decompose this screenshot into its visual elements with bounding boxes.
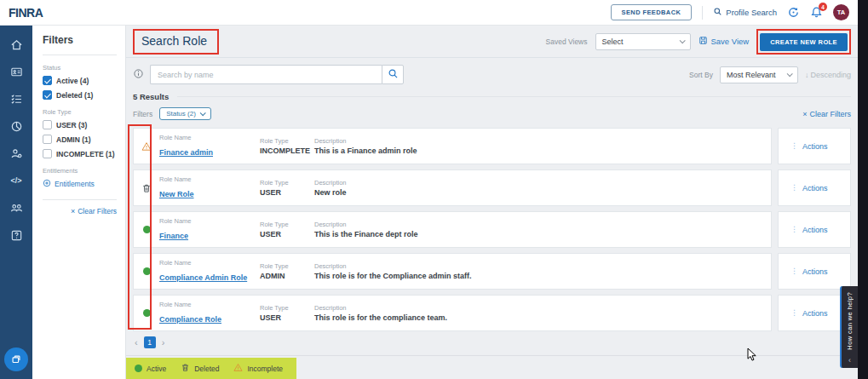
actions-link-label[interactable]: Actions bbox=[802, 184, 828, 192]
kebab-menu-icon: ⋮ bbox=[790, 309, 798, 317]
create-new-role-button[interactable]: CREATE NEW ROLE bbox=[760, 33, 848, 51]
entitlements-link-label: Entitlements bbox=[55, 180, 95, 188]
actions-link-label[interactable]: Actions bbox=[802, 142, 828, 151]
widget-pages-button[interactable] bbox=[4, 347, 28, 371]
kebab-menu-icon: ⋮ bbox=[790, 226, 798, 233]
role-row-card: Role Name New Role Role Type USER Descri… bbox=[133, 169, 772, 206]
chevron-left-icon: ‹ bbox=[848, 356, 851, 365]
filter-option-active-label: Active (4) bbox=[56, 77, 89, 85]
status-filter-chip[interactable]: Status (2) bbox=[159, 107, 211, 120]
send-feedback-button[interactable]: SEND FEEDBACK bbox=[611, 4, 693, 20]
history-icon[interactable] bbox=[787, 6, 800, 19]
clear-filters-link[interactable]: × Clear Filters bbox=[802, 110, 851, 118]
checkbox-user[interactable] bbox=[43, 120, 52, 129]
actions-link-label[interactable]: Actions bbox=[802, 267, 828, 276]
filter-option-deleted[interactable]: Deleted (1) bbox=[43, 90, 117, 100]
descending-toggle[interactable]: ↓ Descending bbox=[805, 71, 851, 79]
search-icon bbox=[713, 7, 722, 18]
actions-card: ⋮ Actions bbox=[778, 128, 851, 164]
checkbox-admin[interactable] bbox=[43, 135, 52, 144]
checkbox-active[interactable] bbox=[43, 76, 52, 85]
search-row: Sort By Most Relevant ↓ Descending bbox=[133, 65, 851, 84]
actions-link-label[interactable]: Actions bbox=[802, 226, 828, 234]
role-type-label: Role Type bbox=[260, 221, 314, 228]
checkbox-incomplete[interactable] bbox=[43, 149, 52, 158]
description-value: New role bbox=[314, 188, 476, 197]
role-name-label: Role Name bbox=[159, 301, 260, 308]
incomplete-warning-icon bbox=[141, 141, 152, 152]
code-icon[interactable]: </> bbox=[0, 167, 32, 194]
pagination-next-icon[interactable]: › bbox=[162, 337, 165, 347]
actions-card: ⋮ Actions bbox=[778, 253, 851, 290]
checkbox-deleted[interactable] bbox=[43, 90, 52, 100]
user-avatar[interactable]: TA bbox=[833, 4, 849, 20]
home-icon[interactable] bbox=[0, 31, 32, 58]
search-input[interactable] bbox=[150, 65, 382, 84]
nav-rail: </> bbox=[0, 26, 32, 379]
sort-select[interactable]: Most Relevant bbox=[720, 66, 798, 83]
annotation-box-title: Search Role bbox=[133, 29, 219, 55]
id-card-icon[interactable] bbox=[0, 58, 32, 85]
table-row: Role Name Finance admin Role Type INCOMP… bbox=[133, 128, 851, 164]
help-tab-label: How can we help? bbox=[846, 292, 854, 350]
role-name-link[interactable]: Finance bbox=[159, 232, 188, 240]
description-value: This role is for the Compliance admin st… bbox=[314, 272, 476, 280]
annotation-box-create-button: CREATE NEW ROLE bbox=[756, 29, 851, 55]
results-count-row: 5 Results bbox=[133, 92, 851, 101]
filter-option-incomplete-label: INCOMPLETE (1) bbox=[56, 150, 114, 158]
search-submit-button[interactable] bbox=[382, 65, 404, 84]
info-icon[interactable] bbox=[133, 67, 144, 83]
filter-option-active[interactable]: Active (4) bbox=[43, 76, 117, 85]
help-tab[interactable]: How can we help? ‹ bbox=[840, 286, 858, 368]
legend-divider bbox=[126, 355, 858, 356]
role-name-link[interactable]: Compliance Admin Role bbox=[159, 273, 247, 282]
profile-search-link[interactable]: Profile Search bbox=[713, 7, 777, 18]
role-name-link[interactable]: New Role bbox=[159, 190, 194, 198]
status-chip-label: Status (2) bbox=[166, 110, 196, 118]
pagination: ‹ 1 › bbox=[135, 336, 858, 348]
notifications-bell-icon[interactable]: 4 bbox=[810, 6, 823, 19]
filter-option-user-label: USER (3) bbox=[56, 121, 87, 129]
entitlements-section-label: Entitlements bbox=[43, 167, 117, 175]
role-type-value: USER bbox=[260, 313, 314, 322]
save-view-link[interactable]: Save View bbox=[698, 36, 750, 47]
description-label: Description bbox=[314, 179, 493, 187]
group-icon[interactable] bbox=[0, 194, 32, 221]
role-name-label: Role Name bbox=[159, 175, 260, 183]
arrow-down-icon: ↓ bbox=[805, 71, 809, 79]
kebab-menu-icon: ⋮ bbox=[790, 142, 798, 150]
clear-filters-sidebar-link[interactable]: × Clear Filters bbox=[43, 207, 117, 215]
legend-incomplete-label: Incomplete bbox=[247, 365, 283, 373]
legend-deleted-label: Deleted bbox=[194, 365, 219, 373]
role-row-card: Role Name Finance Role Type USER Descrip… bbox=[133, 211, 772, 248]
role-type-value: USER bbox=[260, 188, 314, 197]
filter-option-user[interactable]: USER (3) bbox=[43, 120, 117, 129]
legend-item-active: Active bbox=[135, 365, 166, 373]
clear-filters-label: Clear Filters bbox=[809, 110, 851, 118]
role-type-label: Role Type bbox=[260, 304, 314, 312]
legend-active-label: Active bbox=[147, 365, 166, 373]
description-label: Description bbox=[314, 221, 493, 228]
close-icon: × bbox=[802, 110, 807, 118]
pie-chart-icon[interactable] bbox=[0, 112, 32, 140]
filter-option-admin[interactable]: ADMIN (1) bbox=[43, 135, 117, 144]
pagination-prev-icon[interactable]: ‹ bbox=[135, 337, 138, 347]
entitlements-link[interactable]: Entitlements bbox=[43, 179, 117, 189]
page-title: Search Role bbox=[141, 34, 207, 48]
saved-views-select[interactable]: Select bbox=[595, 33, 691, 50]
filter-section-status-label: Status bbox=[43, 64, 117, 72]
legend-highlight: Active Deleted Incomplete bbox=[126, 358, 296, 379]
help-icon[interactable] bbox=[0, 221, 32, 249]
user-settings-icon[interactable] bbox=[0, 140, 32, 167]
role-name-link[interactable]: Finance admin bbox=[159, 148, 213, 157]
row-status-cell bbox=[134, 141, 159, 152]
checklist-icon[interactable] bbox=[0, 85, 32, 112]
pagination-page-1[interactable]: 1 bbox=[144, 336, 156, 348]
table-row: Role Name Compliance Role Role Type USER… bbox=[133, 295, 851, 331]
saved-views-value: Select bbox=[602, 37, 624, 46]
actions-link-label[interactable]: Actions bbox=[802, 309, 828, 318]
filter-option-incomplete[interactable]: INCOMPLETE (1) bbox=[43, 149, 117, 158]
role-name-link[interactable]: Compliance Role bbox=[159, 315, 221, 324]
description-value: This is the Finance dept role bbox=[314, 230, 476, 238]
circle-plus-icon bbox=[43, 179, 51, 189]
